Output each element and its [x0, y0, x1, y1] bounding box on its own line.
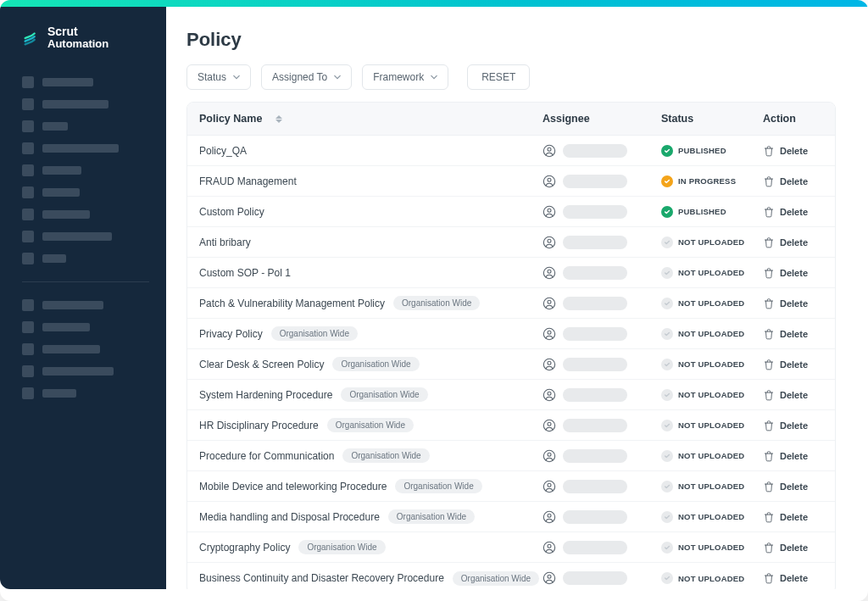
cell-status: NOT UPLOADED — [661, 267, 763, 279]
table-row[interactable]: Custom PolicyPUBLISHEDDelete — [187, 197, 835, 227]
status-indicator-icon — [661, 267, 673, 279]
sidebar-item[interactable] — [22, 203, 149, 225]
sidebar-item[interactable] — [22, 382, 149, 404]
sidebar-item[interactable] — [22, 225, 149, 248]
delete-button[interactable]: Delete — [780, 298, 808, 309]
delete-button[interactable]: Delete — [780, 359, 808, 370]
table-row[interactable]: Media handling and Disposal ProcedureOrg… — [187, 502, 835, 532]
table-row[interactable]: HR Disciplinary ProcedureOrganisation Wi… — [187, 410, 835, 441]
brand-name: Scrut Automation — [47, 25, 108, 51]
sidebar-item[interactable] — [22, 71, 149, 93]
sidebar-item[interactable] — [22, 338, 149, 360]
sidebar-item-icon — [22, 321, 34, 333]
table-row[interactable]: Procedure for CommunicationOrganisation … — [187, 441, 835, 471]
filter-framework[interactable]: Framework — [362, 64, 448, 90]
chevron-down-icon — [431, 74, 437, 81]
sidebar-item[interactable] — [22, 159, 149, 181]
header-policy-name[interactable]: Policy Name — [199, 113, 542, 125]
trash-icon[interactable] — [763, 511, 775, 523]
table-row[interactable]: Patch & Vulnerability Management PolicyO… — [187, 288, 835, 319]
sidebar-item-icon — [22, 164, 34, 176]
delete-button[interactable]: Delete — [780, 237, 808, 248]
trash-icon[interactable] — [763, 298, 775, 309]
status-indicator-icon — [661, 175, 673, 187]
policy-name: System Hardening Procedure — [199, 389, 332, 401]
table-row[interactable]: FRAUD ManagementIN PROGRESSDelete — [187, 166, 835, 197]
filter-status-label: Status — [198, 71, 226, 83]
reset-button[interactable]: RESET — [467, 64, 530, 90]
page-title: Policy — [186, 29, 836, 51]
trash-icon[interactable] — [763, 175, 775, 187]
sidebar-item[interactable] — [22, 360, 149, 382]
trash-icon[interactable] — [763, 359, 775, 370]
delete-button[interactable]: Delete — [780, 451, 808, 461]
table-row[interactable]: Custom SOP - Pol 1NOT UPLOADEDDelete — [187, 258, 835, 288]
scope-tag: Organisation Wide — [453, 571, 539, 586]
svg-point-27 — [548, 544, 551, 548]
trash-icon[interactable] — [763, 237, 775, 248]
sidebar-item[interactable] — [22, 93, 149, 115]
sidebar-item[interactable] — [22, 294, 149, 316]
table-row[interactable]: Business Continuity and Disaster Recover… — [187, 563, 835, 589]
table-row[interactable]: Privacy PolicyOrganisation WideNOT UPLOA… — [187, 319, 835, 349]
policy-name: HR Disciplinary Procedure — [199, 420, 319, 431]
trash-icon[interactable] — [763, 145, 775, 157]
delete-button[interactable]: Delete — [780, 390, 808, 400]
cell-policy-name: Mobile Device and teleworking ProcedureO… — [199, 479, 542, 493]
delete-button[interactable]: Delete — [780, 512, 808, 522]
sidebar-item-label — [42, 100, 108, 109]
cell-status: NOT UPLOADED — [661, 359, 763, 370]
sidebar-item[interactable] — [22, 248, 149, 270]
trash-icon[interactable] — [763, 450, 775, 462]
sidebar-item-icon — [22, 142, 34, 154]
cell-policy-name: System Hardening ProcedureOrganisation W… — [199, 387, 542, 402]
delete-button[interactable]: Delete — [780, 207, 808, 217]
trash-icon[interactable] — [763, 328, 775, 340]
assignee-placeholder — [563, 541, 627, 554]
table-row[interactable]: Anti bribaryNOT UPLOADEDDelete — [187, 227, 835, 258]
trash-icon[interactable] — [763, 542, 775, 554]
delete-button[interactable]: Delete — [780, 146, 808, 156]
sidebar-item-label — [42, 323, 90, 331]
user-icon — [542, 510, 556, 524]
trash-icon[interactable] — [763, 481, 775, 492]
delete-button[interactable]: Delete — [780, 543, 808, 553]
table-row[interactable]: Policy_QAPUBLISHEDDelete — [187, 136, 835, 166]
trash-icon[interactable] — [763, 420, 775, 431]
status-indicator-icon — [661, 298, 673, 309]
delete-button[interactable]: Delete — [780, 573, 808, 583]
cell-status: NOT UPLOADED — [661, 237, 763, 248]
delete-button[interactable]: Delete — [780, 481, 808, 492]
sidebar-item[interactable] — [22, 181, 149, 203]
table-row[interactable]: Mobile Device and teleworking ProcedureO… — [187, 471, 835, 502]
delete-button[interactable]: Delete — [780, 329, 808, 339]
table-row[interactable]: Cryptography PolicyOrganisation WideNOT … — [187, 532, 835, 563]
trash-icon[interactable] — [763, 572, 775, 584]
sidebar-item[interactable] — [22, 137, 149, 159]
brand-logo-icon — [22, 29, 41, 47]
cell-status: NOT UPLOADED — [661, 389, 763, 401]
sidebar-item[interactable] — [22, 316, 149, 338]
table-row[interactable]: Clear Desk & Screen PolicyOrganisation W… — [187, 349, 835, 380]
user-icon — [542, 419, 556, 432]
trash-icon[interactable] — [763, 389, 775, 401]
assignee-placeholder — [563, 449, 627, 463]
app-window: Scrut Automation Policy Status Assigned … — [0, 0, 868, 601]
delete-button[interactable]: Delete — [780, 420, 808, 431]
delete-button[interactable]: Delete — [780, 176, 808, 186]
table-row[interactable]: System Hardening ProcedureOrganisation W… — [187, 380, 835, 410]
status-text: PUBLISHED — [678, 207, 726, 216]
delete-button[interactable]: Delete — [780, 268, 808, 278]
sidebar-item[interactable] — [22, 115, 149, 137]
cell-action: Delete — [763, 175, 823, 187]
policy-name: Mobile Device and teleworking Procedure — [199, 481, 387, 492]
filter-status[interactable]: Status — [186, 64, 251, 90]
cell-status: NOT UPLOADED — [661, 420, 763, 431]
trash-icon[interactable] — [763, 267, 775, 279]
status-indicator-icon — [661, 328, 673, 340]
cell-assignee — [542, 510, 661, 524]
trash-icon[interactable] — [763, 206, 775, 218]
filter-assigned-to[interactable]: Assigned To — [261, 64, 352, 90]
cell-policy-name: Policy_QA — [199, 145, 542, 157]
header-assignee: Assignee — [542, 113, 661, 125]
